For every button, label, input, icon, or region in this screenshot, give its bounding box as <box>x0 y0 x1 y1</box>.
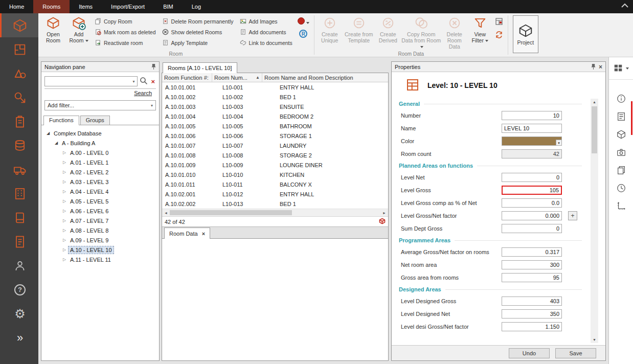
layout-grid-icon[interactable] <box>613 63 623 74</box>
camera-icon[interactable] <box>615 147 628 158</box>
logistics-icon[interactable] <box>0 157 38 181</box>
scrollbar-thumb[interactable] <box>592 106 597 153</box>
table-row[interactable]: A.10.01.005 L10-005 BATHROOM <box>162 121 388 131</box>
sum-dept-gross-input[interactable] <box>502 224 562 233</box>
designed-net-input[interactable] <box>502 309 562 318</box>
add-images-button[interactable]: Add Images <box>238 17 294 26</box>
link-documents-button[interactable]: Link to documents <box>238 38 294 47</box>
designed-factor-input[interactable] <box>502 322 562 331</box>
pin-icon[interactable] <box>151 63 156 70</box>
table-row[interactable]: A.10.01.009 L10-009 LOUNGE DINER <box>162 160 388 170</box>
show-deleted-rooms-button[interactable]: Show deleted Rooms <box>161 28 235 36</box>
create-from-template-button[interactable]: Create from Template <box>343 14 375 50</box>
horizontal-scrollbar[interactable]: ◄ ► <box>162 209 388 216</box>
r-circle-icon[interactable]: R <box>299 30 307 38</box>
table-row[interactable]: A.10.01.006 L10-006 STORAGE 1 <box>162 131 388 141</box>
table-row[interactable]: A.10.02.002 L10-013 BED 1 <box>162 199 388 209</box>
scrollbar-thumb[interactable] <box>170 210 292 215</box>
menu-tab-import-export[interactable]: Import/Export <box>102 0 154 13</box>
tree-item-level[interactable]: ▷A.11 - LEVEL 11 <box>42 255 158 264</box>
user-icon[interactable] <box>0 254 38 278</box>
finance-icon[interactable] <box>0 133 38 157</box>
scrollbar-track[interactable] <box>170 209 380 216</box>
collapsed-icon[interactable]: ▷ <box>61 199 68 203</box>
reports-icon[interactable] <box>0 230 38 254</box>
create-unique-button[interactable]: Create Unique <box>317 14 343 50</box>
items-icon[interactable] <box>0 85 38 109</box>
add-filter-dropdown[interactable]: Add filter... ▾ <box>44 100 156 110</box>
expand-sidebar-icon[interactable]: » <box>0 326 38 350</box>
collapsed-icon[interactable]: ▷ <box>61 257 68 262</box>
tree-item-level[interactable]: ▷A.01 - LEVEL 1 <box>42 157 158 167</box>
column-room-number[interactable]: Room Num...▲ <box>212 73 262 82</box>
clipboard-icon[interactable] <box>0 109 38 133</box>
level-net-input[interactable] <box>502 173 562 182</box>
open-room-button[interactable]: Open Room <box>40 14 66 50</box>
shapes-icon[interactable] <box>0 61 38 85</box>
gross-area-rooms-input[interactable] <box>502 273 562 282</box>
copy-room-button[interactable]: Copy Room <box>93 17 157 26</box>
table-row[interactable]: A.10.01.004 L10-004 BEDROOM 2 <box>162 111 388 121</box>
menu-tab-rooms[interactable]: Rooms <box>33 0 70 13</box>
create-derived-button[interactable]: Create Derived <box>375 14 401 50</box>
clear-search-icon[interactable]: × <box>150 78 156 85</box>
color-swatch[interactable]: ▾ <box>502 136 562 146</box>
pin-icon[interactable] <box>591 63 596 70</box>
scroll-right-icon[interactable]: ► <box>380 211 388 215</box>
project-button[interactable]: Project <box>513 15 538 53</box>
menu-tab-log[interactable]: Log <box>183 0 210 13</box>
gross-net-factor-input[interactable] <box>502 211 562 220</box>
model-cube-icon[interactable] <box>615 129 628 140</box>
collapsed-icon[interactable]: ▷ <box>61 209 68 213</box>
settings-gear-icon[interactable]: ⚙ <box>0 302 38 326</box>
save-button[interactable]: Save <box>555 348 596 358</box>
mark-room-deleted-button[interactable]: Mark room as deleted <box>93 28 157 36</box>
table-row[interactable]: A.10.01.002 L10-002 BED 1 <box>162 92 388 102</box>
view-filter-button[interactable]: View Filter <box>467 14 493 50</box>
collapsed-icon[interactable]: ▷ <box>61 189 68 194</box>
table-row[interactable]: A.10.01.007 L10-007 LAUNDRY <box>162 141 388 150</box>
apply-template-button[interactable]: Apply Template <box>161 38 235 47</box>
close-tab-icon[interactable]: × <box>202 231 205 237</box>
search-icon[interactable] <box>140 77 148 86</box>
collapsed-icon[interactable]: ▷ <box>61 170 68 174</box>
menu-tab-items[interactable]: Items <box>70 0 102 13</box>
help-icon[interactable]: ? <box>0 278 38 302</box>
search-text-field[interactable] <box>45 77 130 85</box>
chevron-down-icon[interactable] <box>626 67 629 70</box>
collapsed-icon[interactable]: ▷ <box>61 247 68 252</box>
close-icon[interactable]: × <box>599 63 602 71</box>
building-icon[interactable] <box>0 181 38 206</box>
scroll-left-icon[interactable]: ◄ <box>162 211 170 215</box>
rooms-icon[interactable] <box>0 13 38 37</box>
tree-item-level[interactable]: ▷A.06 - LEVEL 6 <box>42 206 158 216</box>
add-documents-button[interactable]: Add documents <box>238 28 294 36</box>
tree-item-level[interactable]: ▷A.07 - LEVEL 7 <box>42 216 158 225</box>
table-row[interactable]: A.10.02.001 L10-012 ENTRY HALL <box>162 189 388 199</box>
collapsed-icon[interactable]: ▷ <box>61 238 68 242</box>
catalog-icon[interactable] <box>0 206 38 230</box>
gross-comp-input[interactable] <box>502 198 562 208</box>
name-input[interactable] <box>502 124 562 133</box>
tree-item-root[interactable]: ◢Complex Database <box>42 128 158 138</box>
table-row[interactable]: A.10.01.003 L10-003 ENSUITE <box>162 102 388 111</box>
dimensions-icon[interactable] <box>615 200 628 212</box>
delete-room-permanently-button[interactable]: Delete Room permanently <box>161 17 235 26</box>
scroll-up-icon[interactable]: ▲ <box>591 99 598 105</box>
tab-groups[interactable]: Groups <box>80 116 110 125</box>
tree-item-level[interactable]: ▷A.05 - LEVEL 5 <box>42 196 158 206</box>
search-link[interactable]: Search <box>134 90 152 96</box>
chevron-down-icon[interactable]: ▾ <box>556 140 561 145</box>
scroll-down-icon[interactable]: ▼ <box>591 336 598 343</box>
collapsed-icon[interactable]: ▷ <box>61 228 68 233</box>
collapsed-icon[interactable]: ▷ <box>61 150 68 155</box>
history-clock-icon[interactable] <box>615 183 628 194</box>
level-gross-input[interactable] <box>502 186 562 195</box>
column-room-name[interactable]: Room Name and Room Description <box>262 73 388 82</box>
reactivate-room-button[interactable]: Reactivate room <box>93 38 157 47</box>
number-input[interactable] <box>502 111 562 120</box>
expanded-icon[interactable]: ◢ <box>44 131 52 135</box>
copy-room-data-button[interactable]: Copy Room Data from Room <box>401 14 442 51</box>
net-room-area-input[interactable] <box>502 260 562 269</box>
rooms-tab[interactable]: Rooms [A.10 - LEVEL 10] <box>163 62 237 73</box>
